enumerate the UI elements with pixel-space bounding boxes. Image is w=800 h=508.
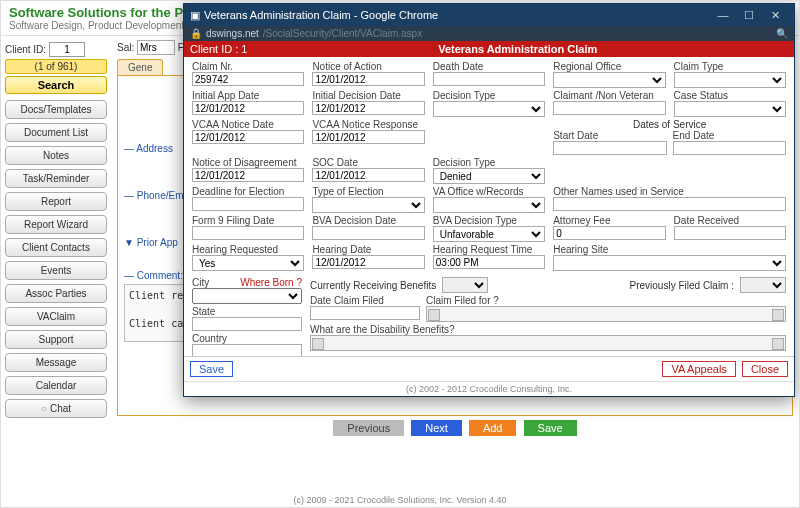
modal-button-bar: Save VA Appeals Close — [184, 356, 794, 381]
hearing-request-time-label: Hearing Request Time — [433, 244, 545, 255]
maximize-icon[interactable]: ☐ — [736, 7, 762, 23]
modal-window-title: Veterans Administration Claim - Google C… — [204, 9, 710, 21]
claim-type-select[interactable] — [674, 72, 786, 88]
minimize-icon[interactable]: — — [710, 7, 736, 23]
initial-decision-date-input[interactable] — [312, 101, 424, 115]
nav-message[interactable]: Message — [5, 353, 107, 372]
previously-filed-claim-label: Previously Filed Claim : — [630, 280, 734, 291]
claim-nr-label: Claim Nr. — [192, 61, 304, 72]
city-select[interactable] — [192, 288, 302, 304]
form9-date-label: Form 9 Filing Date — [192, 215, 304, 226]
currently-receiving-benefits-label: Currently Receiving Benefits — [310, 280, 436, 291]
decision-type2-select[interactable]: Denied — [433, 168, 545, 184]
regional-office-label: Regional Office — [553, 61, 665, 72]
close-window-icon[interactable]: ✕ — [762, 7, 788, 23]
state-input[interactable] — [192, 317, 302, 331]
nav-notes[interactable]: Notes — [5, 146, 107, 165]
hearing-date-input[interactable] — [312, 255, 424, 269]
bva-decision-type-select[interactable]: Unfavorable — [433, 226, 545, 242]
nav-assoc-parties[interactable]: Assoc Parties — [5, 284, 107, 303]
modal-titlebar[interactable]: ▣ Veterans Administration Claim - Google… — [184, 4, 794, 26]
search-button[interactable]: Search — [5, 76, 107, 94]
case-status-select[interactable] — [674, 101, 786, 117]
hearing-date-label: Hearing Date — [312, 244, 424, 255]
va-office-w-records-label: VA Office w/Records — [433, 186, 545, 197]
type-of-election-select[interactable] — [312, 197, 424, 213]
sal-label: Sal: — [117, 42, 134, 53]
date-received-input[interactable] — [674, 226, 786, 240]
attorney-fee-input[interactable] — [553, 226, 665, 240]
nav-vaclaim[interactable]: VAClaim — [5, 307, 107, 326]
va-office-w-records-select[interactable] — [433, 197, 545, 213]
deadline-for-election-input[interactable] — [192, 197, 304, 211]
soc-date-input[interactable] — [312, 168, 424, 182]
previous-button[interactable]: Previous — [333, 420, 404, 436]
nav-document-list[interactable]: Document List — [5, 123, 107, 142]
bva-decision-date-input[interactable] — [312, 226, 424, 240]
modal-header-title: Veterans Administration Claim — [247, 43, 788, 55]
sal-input[interactable] — [137, 40, 175, 55]
decision-type-select[interactable] — [433, 101, 545, 117]
claim-nr-input[interactable] — [192, 72, 304, 86]
currently-receiving-benefits-select[interactable] — [442, 277, 488, 293]
start-date-input[interactable] — [553, 141, 666, 155]
notice-of-action-label: Notice of Action — [312, 61, 424, 72]
vcaa-notice-date-input[interactable] — [192, 130, 304, 144]
claim-filed-for-label: Claim Filed for ? — [426, 295, 786, 306]
save-main-button[interactable]: Save — [524, 420, 577, 436]
nav-client-contacts[interactable]: Client Contacts — [5, 238, 107, 257]
vcaa-notice-response-input[interactable] — [312, 130, 424, 144]
zoom-icon[interactable]: 🔍 — [776, 28, 788, 39]
nav-report-wizard[interactable]: Report Wizard — [5, 215, 107, 234]
where-born-label: Where Born ? — [240, 277, 302, 288]
end-date-label: End Date — [673, 130, 786, 141]
modal-body: Claim Nr. Notice of Action Death Date Re… — [184, 57, 794, 356]
record-counter: (1 of 961) — [5, 59, 107, 74]
nav-report[interactable]: Report — [5, 192, 107, 211]
notice-of-disagreement-input[interactable] — [192, 168, 304, 182]
city-label: City — [192, 277, 236, 288]
claim-filed-for-scroll[interactable] — [426, 306, 786, 322]
nav-events[interactable]: Events — [5, 261, 107, 280]
bva-decision-date-label: BVA Decision Date — [312, 215, 424, 226]
modal-save-button[interactable]: Save — [190, 361, 233, 377]
attorney-fee-label: Attorney Fee — [553, 215, 665, 226]
form9-date-input[interactable] — [192, 226, 304, 240]
country-input[interactable] — [192, 344, 302, 356]
claimant-non-veteran-input[interactable] — [553, 101, 665, 115]
disability-benefits-scroll[interactable] — [310, 335, 786, 351]
nav-chat[interactable]: Chat — [5, 399, 107, 418]
next-button[interactable]: Next — [411, 420, 462, 436]
modal-header-left: Client ID : 1 — [190, 43, 247, 55]
hearing-site-label: Hearing Site — [553, 244, 786, 255]
vcaa-notice-date-label: VCAA Notice Date — [192, 119, 304, 130]
nav-support[interactable]: Support — [5, 330, 107, 349]
hearing-site-select[interactable] — [553, 255, 786, 271]
initial-app-date-input[interactable] — [192, 101, 304, 115]
hearing-requested-select[interactable]: Yes — [192, 255, 304, 271]
modal-close-button[interactable]: Close — [742, 361, 788, 377]
death-date-input[interactable] — [433, 72, 545, 86]
lock-icon: 🔒 — [190, 28, 202, 39]
url-path: /SocialSecurity/Client/VAClaim.aspx — [263, 28, 422, 39]
nav-docs-templates[interactable]: Docs/Templates — [5, 100, 107, 119]
modal-copyright: (c) 2002 - 2012 Crocodile Consulting, In… — [184, 381, 794, 396]
tab-general[interactable]: Gene — [117, 59, 163, 75]
hearing-request-time-input[interactable] — [433, 255, 545, 269]
chrome-favicon-icon: ▣ — [190, 9, 200, 22]
dates-of-service-label: Dates of Service — [553, 119, 786, 130]
nav-calendar[interactable]: Calendar — [5, 376, 107, 395]
client-id-input[interactable] — [49, 42, 85, 57]
regional-office-select[interactable] — [553, 72, 665, 88]
url-host: dswings.net — [206, 28, 259, 39]
date-claim-filed-input[interactable] — [310, 306, 420, 320]
va-appeals-button[interactable]: VA Appeals — [662, 361, 735, 377]
previously-filed-claim-select[interactable] — [740, 277, 786, 293]
claim-type-label: Claim Type — [674, 61, 786, 72]
add-button[interactable]: Add — [469, 420, 517, 436]
deadline-for-election-label: Deadline for Election — [192, 186, 304, 197]
notice-of-action-input[interactable] — [312, 72, 424, 86]
other-names-input[interactable] — [553, 197, 786, 211]
end-date-input[interactable] — [673, 141, 786, 155]
nav-task-reminder[interactable]: Task/Reminder — [5, 169, 107, 188]
